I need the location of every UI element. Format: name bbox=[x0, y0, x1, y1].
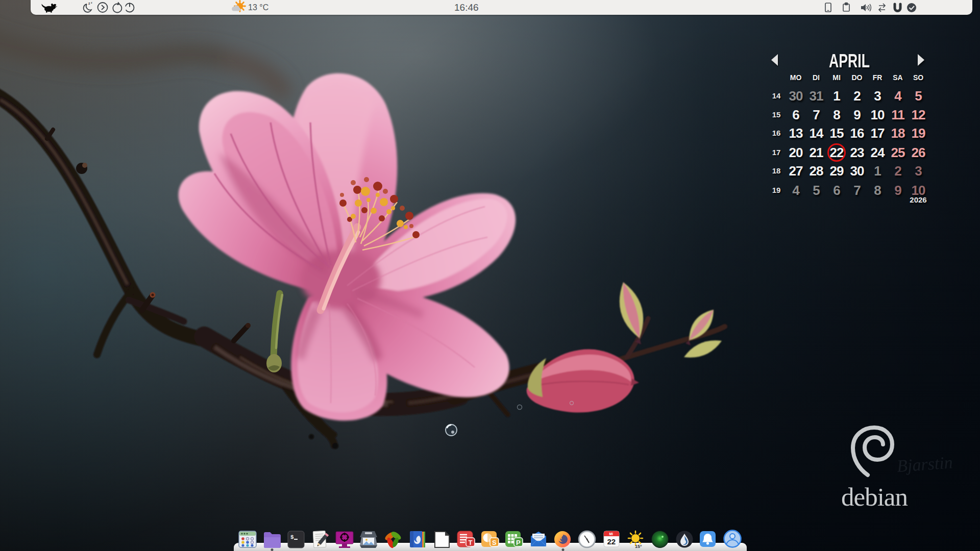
svg-text:debian: debian bbox=[841, 483, 908, 511]
svg-text:Bjarstin: Bjarstin bbox=[896, 453, 953, 475]
svg-text:15°: 15° bbox=[635, 544, 642, 549]
svg-text:P: P bbox=[516, 539, 521, 546]
svg-text:MI: MI bbox=[609, 532, 613, 536]
svg-text:22: 22 bbox=[607, 537, 616, 546]
svg-text:T: T bbox=[469, 539, 473, 546]
svg-text:z: z bbox=[91, 1, 92, 4]
svg-text:z: z bbox=[88, 2, 90, 5]
svg-text:$: $ bbox=[290, 534, 294, 540]
svg-text:S: S bbox=[492, 539, 497, 546]
